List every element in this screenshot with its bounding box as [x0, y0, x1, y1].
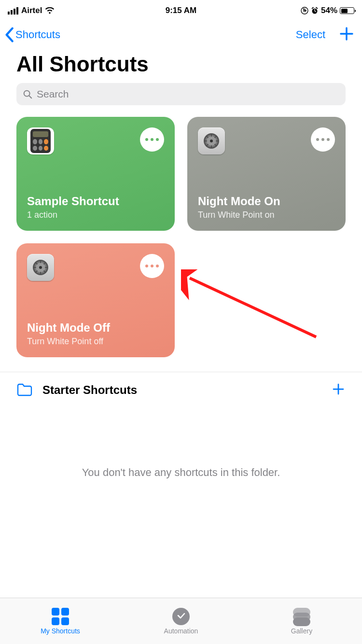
ellipsis-icon [316, 138, 330, 141]
tab-label: Gallery [291, 627, 312, 635]
card-subtitle: 1 action [27, 210, 164, 220]
shortcut-card[interactable]: Night Mode On Turn White Point on [187, 117, 346, 231]
card-menu-button[interactable] [311, 127, 335, 152]
plus-icon [339, 26, 354, 42]
svg-point-26 [39, 266, 42, 269]
battery-icon [340, 7, 354, 14]
folder-icon [16, 383, 33, 397]
calculator-icon [27, 127, 54, 154]
starter-shortcuts-row[interactable]: Starter Shortcuts [0, 372, 362, 408]
tab-gallery[interactable]: Gallery [241, 598, 362, 644]
back-button[interactable]: Shortcuts [4, 27, 60, 42]
add-button[interactable] [339, 26, 354, 43]
shortcuts-grid: Sample Shortcut 1 action Night Mode On T… [0, 117, 362, 357]
select-button[interactable]: Select [296, 28, 325, 41]
ellipsis-icon [145, 265, 159, 267]
settings-icon [198, 127, 225, 154]
carrier-label: Airtel [21, 6, 42, 15]
signal-icon [8, 7, 18, 14]
search-icon [22, 89, 33, 99]
card-menu-button[interactable] [140, 127, 164, 152]
battery-pct-label: 54% [321, 6, 337, 15]
tab-automation[interactable]: Automation [121, 598, 241, 644]
shortcut-card[interactable]: Night Mode Off Turn White Point off [16, 243, 175, 357]
card-subtitle: Turn White Point on [198, 210, 335, 220]
ellipsis-icon [145, 138, 159, 141]
nav-bar: Shortcuts Select [0, 21, 362, 48]
starter-add-button[interactable] [331, 382, 346, 398]
card-menu-button[interactable] [140, 254, 164, 278]
time-label: 9:15 AM [166, 6, 197, 15]
svg-point-14 [210, 140, 213, 142]
tab-bar: My Shortcuts Automation Gallery [0, 598, 362, 644]
starter-title: Starter Shortcuts [42, 383, 321, 397]
shortcut-card[interactable]: Sample Shortcut 1 action [16, 117, 175, 231]
grid-icon [52, 608, 69, 625]
tab-label: Automation [164, 627, 198, 635]
clock-icon [172, 608, 190, 625]
stack-icon [293, 608, 310, 625]
card-subtitle: Turn White Point off [27, 336, 164, 347]
card-title: Night Mode Off [27, 321, 164, 335]
search-input[interactable] [37, 88, 340, 100]
tab-my-shortcuts[interactable]: My Shortcuts [0, 598, 121, 644]
search-field[interactable] [16, 83, 346, 105]
card-title: Night Mode On [198, 195, 335, 208]
status-bar: Airtel 9:15 AM 54% [0, 0, 362, 21]
card-title: Sample Shortcut [27, 195, 164, 208]
tab-label: My Shortcuts [41, 627, 80, 635]
empty-folder-text: You don't have any shortcuts in this fol… [0, 466, 362, 479]
chevron-left-icon [4, 27, 14, 42]
alarm-icon [311, 7, 319, 14]
plus-icon [331, 382, 346, 396]
wifi-icon [45, 7, 55, 14]
page-title: All Shortcuts [0, 48, 362, 83]
settings-icon [27, 254, 54, 281]
orientation-lock-icon [301, 7, 308, 14]
back-label: Shortcuts [15, 28, 60, 41]
